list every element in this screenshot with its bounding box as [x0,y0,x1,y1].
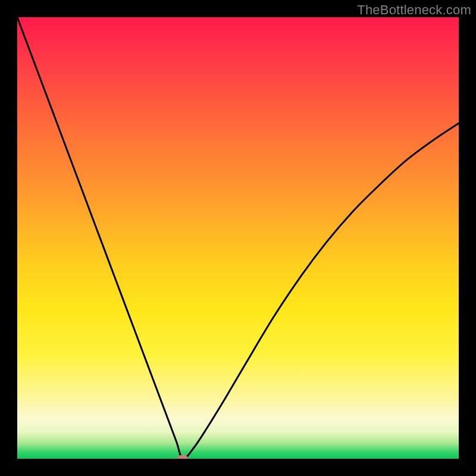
bottleneck-curve [17,17,459,459]
chart-frame: TheBottleneck.com [0,0,476,476]
plot-area [17,17,459,459]
watermark-text: TheBottleneck.com [357,2,471,18]
